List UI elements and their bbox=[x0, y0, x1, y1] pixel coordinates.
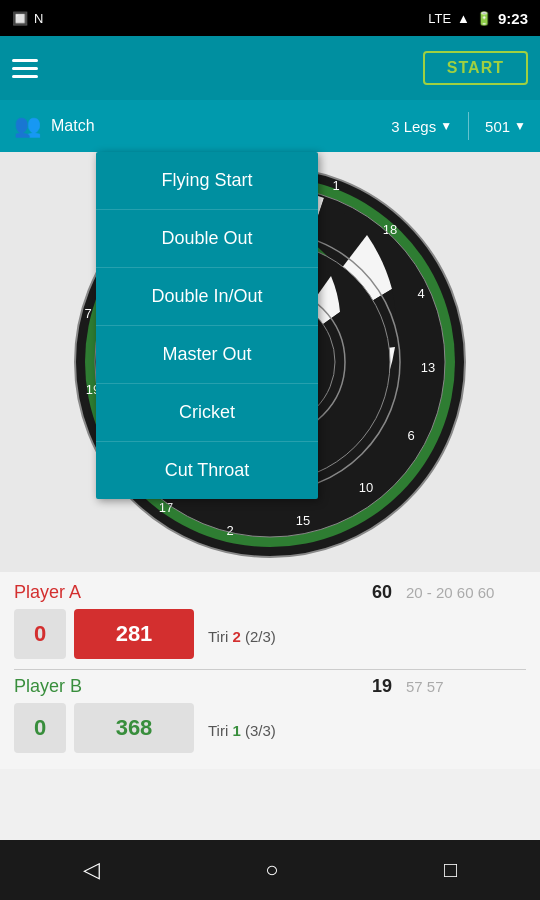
match-row: 👥 Match 3 Legs ▼ 501 ▼ bbox=[0, 100, 540, 152]
player-a-small-box: 0 bbox=[14, 609, 66, 659]
dropdown-item-flying-start[interactable]: Flying Start bbox=[96, 152, 318, 210]
player-b-tiri: Tiri 1 (3/3) bbox=[208, 722, 276, 739]
player-a-tiri-info: (2/3) bbox=[245, 628, 276, 645]
players-icon: 👥 bbox=[14, 113, 41, 139]
player-a-scores: 0 281 Tiri 2 (2/3) bbox=[14, 609, 526, 663]
player-b-header: Player B 19 57 57 bbox=[14, 676, 526, 697]
svg-text:6: 6 bbox=[407, 428, 414, 443]
notification-icon-1: 🔲 bbox=[12, 11, 28, 26]
player-b-tiri-num: 1 bbox=[232, 722, 240, 739]
player-b-big-box: 368 bbox=[74, 703, 194, 753]
status-time: 9:23 bbox=[498, 10, 528, 27]
battery-icon: 🔋 bbox=[476, 11, 492, 26]
player-b-current-score: 19 bbox=[352, 676, 392, 697]
player-a-tiri-num: 2 bbox=[232, 628, 240, 645]
player-a-score-boxes: 0 281 bbox=[14, 609, 194, 659]
player-a-name: Player A bbox=[14, 582, 104, 603]
player-b-small-box: 0 bbox=[14, 703, 66, 753]
back-icon[interactable]: ◁ bbox=[83, 857, 100, 883]
player-divider bbox=[14, 669, 526, 670]
player-a-current-score: 60 bbox=[352, 582, 392, 603]
home-icon[interactable]: ○ bbox=[265, 857, 278, 883]
svg-text:13: 13 bbox=[421, 360, 435, 375]
signal-icon: ▲ bbox=[457, 11, 470, 26]
divider bbox=[468, 112, 469, 140]
player-b-history: 57 57 bbox=[406, 678, 526, 695]
menu-button[interactable] bbox=[12, 59, 38, 78]
main-content: 20 1 18 4 13 6 10 15 2 17 3 19 7 16 11 1… bbox=[0, 152, 540, 769]
player-b-score-boxes: 0 368 bbox=[14, 703, 194, 753]
svg-text:4: 4 bbox=[417, 286, 424, 301]
nav-bar: ◁ ○ □ bbox=[0, 840, 540, 900]
player-b-name: Player B bbox=[14, 676, 104, 697]
player-b-scores: 0 368 Tiri 1 (3/3) bbox=[14, 703, 526, 757]
svg-text:10: 10 bbox=[359, 480, 373, 495]
dropdown-item-double-out[interactable]: Double Out bbox=[96, 210, 318, 268]
player-a-header: Player A 60 20 - 20 60 60 bbox=[14, 582, 526, 603]
dropdown-item-cricket[interactable]: Cricket bbox=[96, 384, 318, 442]
player-a-history: 20 - 20 60 60 bbox=[406, 584, 526, 601]
player-a-big-box: 281 bbox=[74, 609, 194, 659]
player-a-tiri: Tiri 2 (2/3) bbox=[208, 628, 276, 645]
dropdown-item-master-out[interactable]: Master Out bbox=[96, 326, 318, 384]
notification-icon-2: N bbox=[34, 11, 43, 26]
dartboard-area: 20 1 18 4 13 6 10 15 2 17 3 19 7 16 11 1… bbox=[0, 152, 540, 572]
app-bar: START bbox=[0, 36, 540, 100]
game-type-dropdown: Flying Start Double Out Double In/Out Ma… bbox=[96, 152, 318, 499]
legs-label: 3 Legs bbox=[391, 118, 436, 135]
recents-icon[interactable]: □ bbox=[444, 857, 457, 883]
match-label: Match bbox=[51, 117, 381, 135]
player-a-tiri-label: Tiri bbox=[208, 628, 228, 645]
legs-arrow-icon: ▼ bbox=[440, 119, 452, 133]
score-section: Player A 60 20 - 20 60 60 0 281 Tiri 2 (… bbox=[0, 572, 540, 769]
svg-text:15: 15 bbox=[296, 513, 310, 528]
start-button[interactable]: START bbox=[423, 51, 528, 85]
score-arrow-icon: ▼ bbox=[514, 119, 526, 133]
score-label: 501 bbox=[485, 118, 510, 135]
lte-icon: LTE bbox=[428, 11, 451, 26]
status-bar: 🔲 N LTE ▲ 🔋 9:23 bbox=[0, 0, 540, 36]
legs-dropdown[interactable]: 3 Legs ▼ bbox=[391, 118, 452, 135]
svg-text:2: 2 bbox=[226, 523, 233, 538]
svg-text:7: 7 bbox=[84, 306, 91, 321]
dropdown-item-cut-throat[interactable]: Cut Throat bbox=[96, 442, 318, 499]
player-b-tiri-info: (3/3) bbox=[245, 722, 276, 739]
dropdown-item-double-in-out[interactable]: Double In/Out bbox=[96, 268, 318, 326]
player-b-tiri-label: Tiri bbox=[208, 722, 228, 739]
score-dropdown[interactable]: 501 ▼ bbox=[485, 118, 526, 135]
